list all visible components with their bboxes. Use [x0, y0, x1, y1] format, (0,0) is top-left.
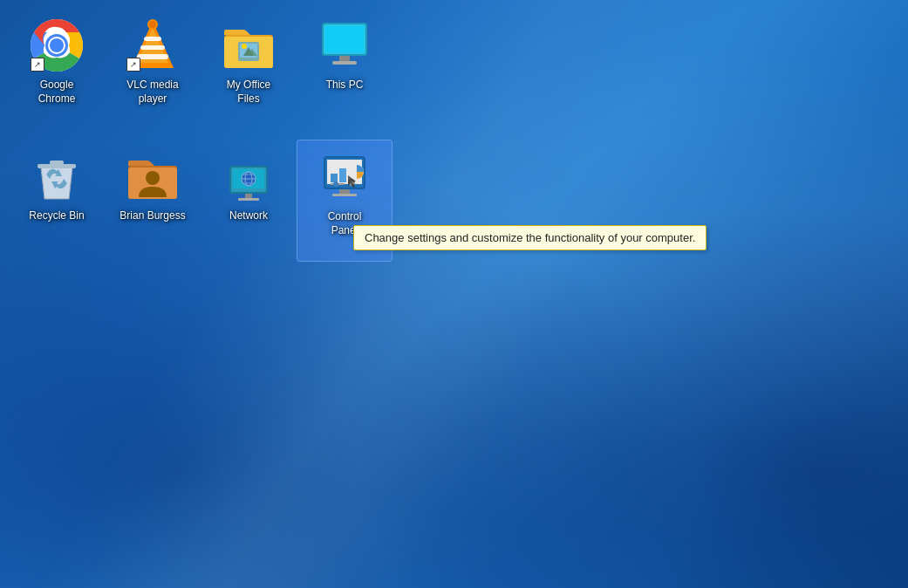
- my-office-files-label: My OfficeFiles: [227, 79, 270, 106]
- my-office-files-icon: [221, 17, 276, 73]
- svg-rect-7: [140, 45, 165, 50]
- desktop-icon-recycle-bin[interactable]: Recycle Bin: [9, 140, 105, 262]
- brian-burgess-icon: [125, 148, 181, 204]
- svg-point-17: [242, 44, 247, 49]
- svg-rect-22: [332, 61, 357, 65]
- chrome-icon: ↗: [29, 17, 85, 73]
- desktop-icon-vlc[interactable]: ↗ VLC mediaplayer: [105, 9, 201, 131]
- desktop: ↗ GoogleChrome ↗: [0, 0, 908, 588]
- control-panel-icon: [317, 149, 372, 205]
- shortcut-arrow-chrome: ↗: [31, 58, 44, 72]
- svg-rect-36: [245, 194, 252, 198]
- recycle-bin-icon: [29, 148, 85, 204]
- desktop-icon-google-chrome[interactable]: ↗ GoogleChrome: [9, 9, 105, 131]
- svg-rect-8: [144, 37, 161, 41]
- svg-point-3: [50, 38, 64, 52]
- network-icon: [221, 148, 276, 204]
- svg-rect-41: [331, 174, 338, 182]
- desktop-icon-this-pc[interactable]: This PC: [297, 9, 393, 131]
- svg-rect-24: [50, 161, 64, 165]
- svg-rect-37: [238, 198, 259, 201]
- vlc-label: VLC mediaplayer: [126, 79, 178, 106]
- svg-point-10: [149, 21, 156, 28]
- control-panel-tooltip: Change settings and customize the functi…: [353, 225, 707, 250]
- this-pc-icon: [317, 17, 372, 73]
- chrome-label: GoogleChrome: [38, 79, 76, 106]
- svg-rect-49: [332, 194, 357, 196]
- shortcut-arrow-vlc: ↗: [126, 58, 140, 72]
- this-pc-label: This PC: [326, 79, 364, 92]
- desktop-icon-my-office-files[interactable]: My OfficeFiles: [201, 9, 297, 131]
- desktop-icon-brian-burgess[interactable]: Brian Burgess: [105, 140, 201, 262]
- svg-rect-21: [339, 56, 350, 61]
- svg-point-27: [146, 171, 160, 185]
- desktop-icon-grid: ↗ GoogleChrome ↗: [9, 9, 393, 270]
- desktop-icon-network[interactable]: Network: [201, 140, 297, 262]
- recycle-bin-label: Recycle Bin: [29, 209, 84, 223]
- tooltip-text: Change settings and customize the functi…: [365, 231, 695, 244]
- svg-rect-42: [339, 168, 346, 182]
- svg-point-47: [333, 181, 338, 187]
- svg-rect-20: [325, 26, 364, 52]
- brian-burgess-label: Brian Burgess: [119, 209, 185, 223]
- vlc-icon: ↗: [125, 17, 181, 73]
- network-label: Network: [229, 209, 268, 223]
- svg-rect-48: [339, 189, 350, 194]
- svg-rect-6: [137, 54, 168, 59]
